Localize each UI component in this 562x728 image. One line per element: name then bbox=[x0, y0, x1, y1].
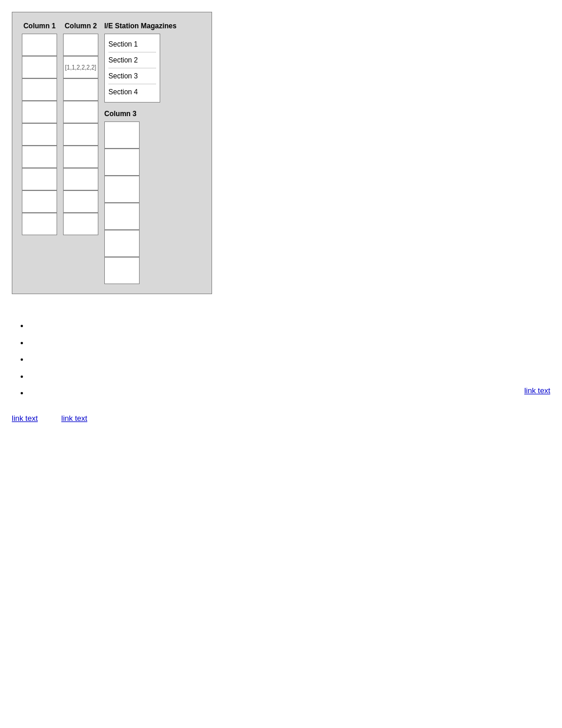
column1-header: Column 1 bbox=[24, 22, 56, 30]
links-area: link text link text bbox=[12, 414, 550, 423]
link-2[interactable]: link text bbox=[61, 414, 87, 423]
ie-section-4: Section 4 bbox=[108, 84, 156, 100]
list-item bbox=[29, 368, 550, 386]
ie-section-3: Section 3 bbox=[108, 68, 156, 84]
list-item bbox=[29, 335, 550, 352]
table-row bbox=[63, 168, 98, 190]
ie-station-header: I/E Station Magazines bbox=[104, 22, 177, 30]
list-item bbox=[29, 351, 550, 368]
table-row bbox=[22, 123, 57, 146]
ie-section-1: Section 1 bbox=[108, 37, 156, 52]
ie-sections-box: Section 1 Section 2 Section 3 Section 4 bbox=[104, 34, 160, 103]
table-row bbox=[63, 213, 98, 235]
list-item: link text bbox=[29, 385, 550, 402]
column2-group: Column 2 [1,1,2,2,2,2] bbox=[63, 22, 98, 235]
table-row bbox=[22, 190, 57, 213]
table-row bbox=[22, 146, 57, 168]
table-row bbox=[22, 78, 57, 101]
diagram-box: Column 1 Column 2 bbox=[12, 12, 212, 294]
link-1[interactable]: link text bbox=[12, 414, 38, 423]
table-row bbox=[104, 176, 140, 203]
table-row bbox=[63, 123, 98, 146]
ie-section-2: Section 2 bbox=[108, 52, 156, 68]
column1-group: Column 1 bbox=[22, 22, 57, 235]
list-item bbox=[29, 318, 550, 335]
column2-header: Column 2 bbox=[65, 22, 97, 30]
column3-cells bbox=[104, 121, 140, 284]
table-row bbox=[104, 121, 140, 149]
table-row bbox=[22, 34, 57, 56]
table-row bbox=[63, 101, 98, 123]
table-row bbox=[22, 101, 57, 123]
table-row bbox=[104, 257, 140, 284]
table-row bbox=[104, 230, 140, 257]
bullet-list: link text bbox=[12, 318, 550, 402]
column2-label-text: [1,1,2,2,2,2] bbox=[65, 64, 97, 71]
table-row bbox=[63, 146, 98, 168]
table-row bbox=[22, 168, 57, 190]
column2-label-cell: [1,1,2,2,2,2] bbox=[63, 56, 98, 78]
ie-station-column: I/E Station Magazines Section 1 Section … bbox=[104, 22, 177, 284]
table-row bbox=[63, 190, 98, 213]
table-row bbox=[22, 56, 57, 78]
column1-cells bbox=[22, 34, 57, 235]
table-row bbox=[104, 149, 140, 176]
columns-area: Column 1 Column 2 bbox=[22, 22, 202, 284]
table-row bbox=[63, 78, 98, 101]
inline-link[interactable]: link text bbox=[524, 383, 550, 400]
column3-header: Column 3 bbox=[104, 110, 137, 118]
column2-cells: [1,1,2,2,2,2] bbox=[63, 34, 98, 235]
table-row bbox=[63, 34, 98, 56]
table-row bbox=[104, 203, 140, 230]
table-row bbox=[22, 213, 57, 235]
